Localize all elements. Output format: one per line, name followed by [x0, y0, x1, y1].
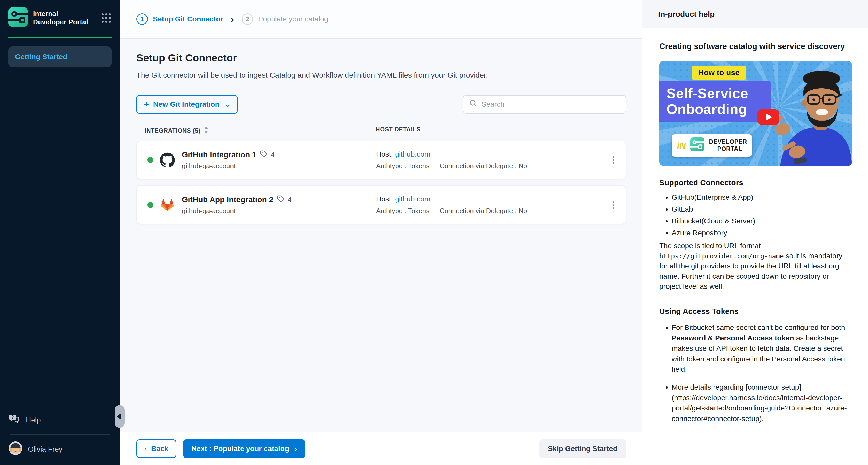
- video-brand-text: DEVELOPER PORTAL: [709, 138, 747, 153]
- content: Setup Git Connector The Git connector wi…: [120, 39, 642, 432]
- step-number: 2: [242, 13, 253, 25]
- video-title: Self-Service Onboarding: [659, 81, 771, 122]
- idp-logo-icon: [8, 7, 28, 29]
- article-title: Creating software catalog with service d…: [659, 42, 851, 51]
- github-icon: [160, 152, 175, 168]
- status-dot: [147, 157, 153, 163]
- scope-paragraph: The scope is tied to URL format https://…: [659, 241, 851, 291]
- app-window: Internal Developer Portal Getting Starte…: [0, 0, 868, 465]
- list-item: For Bitbucket same secret can't be confi…: [672, 322, 851, 375]
- sidebar: Internal Developer Portal Getting Starte…: [0, 0, 120, 465]
- access-tokens-list: For Bitbucket same secret can't be confi…: [659, 322, 851, 424]
- supported-connectors-list: GitHub(Enterprise & App) GitLab Bitbucke…: [659, 193, 851, 237]
- next-button[interactable]: Next : Populate your catalog ›: [183, 439, 305, 458]
- table-row[interactable]: GitHub Integration 1 4 github-qa-account: [136, 141, 626, 179]
- back-label: Back: [151, 444, 168, 453]
- column-host-details: HOST DETAILS: [376, 126, 421, 133]
- url-format-code: https://gitprovider.com/org-name: [659, 252, 784, 260]
- supported-connectors-heading: Supported Connectors: [659, 178, 851, 187]
- gitlab-icon: [160, 197, 175, 213]
- table-header: INTEGRATIONS (5) HOST DETAILS: [136, 126, 626, 134]
- wizard-footer: ‹ Back Next : Populate your catalog › Sk…: [120, 432, 642, 465]
- new-git-integration-button[interactable]: + New Git Integration ⌄: [136, 95, 238, 114]
- help-panel-header: In-product help: [642, 0, 868, 28]
- integration-name: GitHub Integration 1: [182, 150, 256, 159]
- list-item: GitHub(Enterprise & App): [672, 193, 851, 202]
- row-menu-kebab-icon[interactable]: [608, 199, 618, 211]
- video-in-word: IN: [677, 141, 686, 151]
- sidebar-help[interactable]: ? Help: [0, 409, 120, 434]
- skip-getting-started-button[interactable]: Skip Getting Started: [539, 439, 626, 458]
- help-panel-title: In-product help: [658, 10, 715, 19]
- toolbar: + New Git Integration ⌄: [136, 95, 626, 114]
- app-title: Internal Developer Portal: [33, 10, 88, 26]
- list-item: GitLab: [672, 205, 851, 213]
- avatar: [9, 441, 22, 457]
- status-dot: [147, 202, 153, 208]
- host-details: Host: github.com Authtype : TokensConnec…: [376, 150, 527, 170]
- chevron-right-icon: ›: [294, 444, 297, 453]
- help-label: Help: [26, 416, 41, 424]
- step-number: 1: [136, 13, 148, 25]
- youtube-play-icon[interactable]: [757, 109, 779, 125]
- list-item: Bitbucket(Cloud & Server): [672, 217, 851, 225]
- video-brand-badge: IN DEVE: [672, 134, 752, 157]
- step-label: Setup Git Connector: [153, 15, 223, 23]
- step-setup-git-connector[interactable]: 1 Setup Git Connector: [136, 13, 223, 25]
- host-link[interactable]: github.com: [395, 195, 430, 203]
- sort-icon[interactable]: [204, 126, 209, 135]
- search-box: [463, 95, 626, 114]
- search-icon: [469, 99, 477, 110]
- sidebar-item-label: Getting Started: [15, 53, 67, 61]
- idp-logo-mini-icon: [690, 137, 704, 153]
- delegate-status: Connection via Delegate : No: [440, 207, 527, 215]
- host-details: Host: github.com Authtype : TokensConnec…: [376, 195, 527, 215]
- main-area: 1 Setup Git Connector › 2 Populate your …: [120, 0, 642, 465]
- host-label: Host:: [376, 150, 393, 158]
- wizard-stepper: 1 Setup Git Connector › 2 Populate your …: [120, 0, 642, 39]
- svg-text:?: ?: [11, 415, 14, 419]
- integration-account: github-qa-account: [182, 207, 291, 215]
- new-git-integration-label: New Git Integration: [153, 100, 220, 108]
- page-title: Setup Git Connector: [136, 52, 626, 64]
- chevron-right-icon: ›: [231, 14, 234, 24]
- integration-name: GitHub App Integration 2: [182, 195, 273, 204]
- chevron-left-icon: ‹: [145, 444, 147, 453]
- video-badge: How to use: [692, 66, 746, 80]
- skip-label: Skip Getting Started: [548, 444, 617, 453]
- video-thumbnail[interactable]: How to use Self-Service Onboarding IN: [659, 61, 852, 166]
- in-product-help-panel: In-product help Creating software catalo…: [642, 0, 868, 465]
- brand-divider: [8, 37, 112, 38]
- step-label: Populate your catalog: [258, 15, 328, 23]
- grid-icon[interactable]: [101, 13, 112, 24]
- host-label: Host:: [376, 195, 393, 203]
- column-integrations: INTEGRATIONS (5): [145, 127, 200, 134]
- tag-count: 4: [288, 195, 291, 204]
- user-menu[interactable]: Olivia Frey: [0, 435, 120, 465]
- plus-icon: +: [144, 99, 149, 109]
- integration-account: github-qa-account: [182, 162, 275, 170]
- list-item: More details regarding [connector setup]…: [672, 382, 851, 424]
- presenter-image: [767, 61, 852, 166]
- help-chat-icon: ?: [9, 414, 20, 426]
- host-link[interactable]: github.com: [395, 150, 430, 158]
- delegate-status: Connection via Delegate : No: [440, 162, 527, 170]
- page-description: The Git connector will be used to ingest…: [136, 71, 626, 80]
- search-input[interactable]: [482, 100, 620, 108]
- sidebar-item-getting-started[interactable]: Getting Started: [8, 46, 112, 67]
- sidebar-collapse-handle[interactable]: [115, 405, 125, 428]
- step-populate-your-catalog[interactable]: 2 Populate your catalog: [242, 13, 328, 25]
- collapse-left-icon: [117, 413, 121, 420]
- using-access-tokens-heading: Using Access Tokens: [659, 307, 851, 316]
- back-button[interactable]: ‹ Back: [136, 439, 177, 458]
- tag-count: 4: [271, 151, 274, 159]
- table-row[interactable]: GitHub App Integration 2 4 github-qa-acc…: [136, 185, 626, 224]
- tag-icon: [260, 150, 267, 159]
- row-menu-kebab-icon[interactable]: [608, 154, 618, 166]
- next-label: Next : Populate your catalog: [191, 444, 289, 453]
- user-name: Olivia Frey: [28, 445, 63, 454]
- authtype: Authtype : Tokens: [376, 162, 429, 170]
- list-item: Azure Repository: [672, 229, 851, 237]
- chevron-down-icon: ⌄: [225, 100, 230, 108]
- tag-icon: [277, 195, 284, 204]
